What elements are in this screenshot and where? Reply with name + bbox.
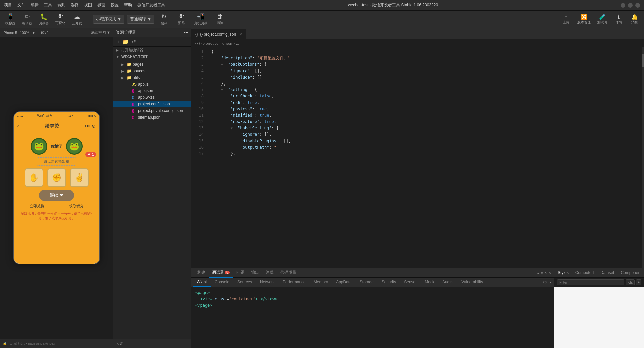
hand-choice-2[interactable]: ✌ xyxy=(70,168,89,187)
dt-gear-icon[interactable]: ⚙ xyxy=(543,280,547,285)
maximize-button[interactable]: □ xyxy=(628,3,633,8)
tab-problems[interactable]: 问题 xyxy=(233,268,248,278)
hand-choice-0[interactable]: ✋ xyxy=(25,168,43,187)
tab-output[interactable]: 输出 xyxy=(248,268,262,278)
main-toolbar: 📱 模拟器 ✏ 编辑器 🐛 调试器 👁 可视化 ☁ 云开发 小程序模式 ▼ 普通… xyxy=(0,11,644,28)
dt-close-icon[interactable]: ✕ xyxy=(548,271,551,275)
refresh-button[interactable]: ↻ 编译 xyxy=(157,12,171,27)
tree-item-projectprivate[interactable]: {} project.private.config.json xyxy=(113,107,191,114)
menu-edit[interactable]: 编辑 xyxy=(31,2,39,8)
menu-view[interactable]: 视图 xyxy=(84,2,92,8)
tree-item-souces[interactable]: ▶ 📁 souces xyxy=(113,68,191,74)
version-button[interactable]: 🔀 版本管理 xyxy=(575,13,593,25)
editor-scrollbar[interactable] xyxy=(642,47,644,268)
sub-tab-sensor[interactable]: Sensor xyxy=(400,278,421,287)
menu-file[interactable]: 文件 xyxy=(17,2,25,8)
sub-tab-sources[interactable]: Sources xyxy=(233,278,256,287)
sub-tab-mock[interactable]: Mock xyxy=(421,278,438,287)
dt-collapse-icon[interactable]: ∧ xyxy=(544,271,547,275)
menu-tool[interactable]: 工具 xyxy=(44,2,52,8)
minimize-button[interactable]: － xyxy=(621,3,625,8)
menu-select[interactable]: 选择 xyxy=(71,2,79,8)
tree-item-appwxss[interactable]: {} app.wxss xyxy=(113,94,191,101)
tab-codequality[interactable]: 代码质量 xyxy=(277,268,300,278)
sub-tab-wxml[interactable]: Wxml xyxy=(193,278,211,287)
new-folder-icon[interactable]: 📁 xyxy=(122,38,130,46)
simulator-button[interactable]: 📱 模拟器 xyxy=(3,12,18,27)
test-button[interactable]: 🧪 测试号 xyxy=(595,13,609,25)
menu-goto[interactable]: 转到 xyxy=(57,2,65,8)
sub-tab-appdata[interactable]: AppData xyxy=(332,278,356,287)
editor-label: 编辑器 xyxy=(22,21,32,26)
cls-button[interactable]: .cls xyxy=(626,279,635,285)
add-style-button[interactable]: + xyxy=(636,279,641,285)
sub-tab-storage[interactable]: Storage xyxy=(356,278,378,287)
upload-button[interactable]: ↑ 上传 xyxy=(559,13,573,25)
clear-button[interactable]: 🗑 清除 xyxy=(213,12,227,27)
sub-tab-mock-label: Mock xyxy=(425,280,434,284)
tab-label: {} project.config.json xyxy=(200,32,236,37)
tree-item-appjs[interactable]: JS app.js xyxy=(113,81,191,87)
explorer-more-icon[interactable]: ••• xyxy=(184,30,188,35)
tree-item-utils[interactable]: ▶ 📁 utils xyxy=(113,74,191,81)
menu-ui[interactable]: 界面 xyxy=(97,2,105,8)
tree-item-appjson[interactable]: {} app.json xyxy=(113,87,191,94)
nav-more-icon[interactable]: ••• xyxy=(85,123,90,129)
code-content[interactable]: { "description": "项目配置文件。", ▼ "packOptio… xyxy=(207,47,642,268)
points-link[interactable]: 获取积分 xyxy=(69,204,84,209)
open-editors-section[interactable]: ▶ 打开始编辑器 xyxy=(113,47,191,54)
tab-build[interactable]: 构建 xyxy=(194,268,209,278)
tree-item-sitemap[interactable]: {} sitemap.json xyxy=(113,114,191,121)
styles-filter-input[interactable] xyxy=(557,279,624,285)
debugger-button[interactable]: 🐛 调试器 xyxy=(36,12,51,27)
projectprivate-label: project.private.config.json xyxy=(138,108,191,113)
notify-button[interactable]: 🔔 消息 xyxy=(628,13,641,25)
sub-tab-audits[interactable]: Audits xyxy=(438,278,457,287)
nav-back-button[interactable]: ‹ xyxy=(17,123,19,129)
tab-terminal[interactable]: 终端 xyxy=(262,268,277,278)
tree-item-projectconfig[interactable]: {} project.config.json xyxy=(113,101,191,107)
hand-choice-1[interactable]: ✊ xyxy=(47,168,66,187)
detail-button[interactable]: ℹ 详情 xyxy=(612,13,625,25)
sub-tab-vulnerability[interactable]: Vulnerability xyxy=(457,278,487,287)
nav-camera-icon[interactable]: ⊙ xyxy=(92,123,96,129)
tab-close-icon[interactable]: ✕ xyxy=(239,32,242,36)
real-debug-button[interactable]: 📲 真机调试 xyxy=(191,12,210,27)
cloud-button[interactable]: ☁ 云开发 xyxy=(69,12,85,27)
rp-tab-dataset[interactable]: Dataset xyxy=(597,268,617,278)
sub-tab-memory[interactable]: Memory xyxy=(310,278,332,287)
mode-dropdown[interactable]: 小程序模式 ▼ xyxy=(93,15,124,24)
refresh-explorer-icon[interactable]: ↺ xyxy=(131,38,137,46)
dt-more-icon[interactable]: ⋮ xyxy=(548,280,553,285)
visual-button[interactable]: 👁 可视化 xyxy=(53,12,68,27)
sub-tab-console[interactable]: Console xyxy=(211,278,233,287)
carrier-label: WeChat令 xyxy=(37,114,53,118)
compile-dropdown[interactable]: 普通编译 ▼ xyxy=(127,15,154,24)
rp-tab-computed[interactable]: Computed xyxy=(572,268,597,278)
sub-tab-network[interactable]: Network xyxy=(256,278,279,287)
editor-button[interactable]: ✏ 编辑器 xyxy=(19,12,35,27)
rp-tab-componentdata[interactable]: Component Data xyxy=(617,268,644,278)
close-button[interactable]: ✕ xyxy=(635,3,640,8)
sub-tab-security[interactable]: Security xyxy=(378,278,400,287)
tree-item-pages[interactable]: ▶ 📁 pages xyxy=(113,61,191,68)
rp-tab-styles[interactable]: Styles xyxy=(554,268,572,278)
line-num-5: 5 xyxy=(191,74,204,81)
toolbar-toggle-label[interactable]: 底部框 打▼ xyxy=(91,30,110,35)
menu-project[interactable]: 项目 xyxy=(4,2,12,8)
redeem-link[interactable]: 立即兑换 xyxy=(30,204,44,209)
new-file-icon[interactable]: + xyxy=(116,38,120,46)
sub-tab-performance[interactable]: Performance xyxy=(279,278,310,287)
code-line-2: "description": "项目配置文件。", xyxy=(211,55,638,61)
menu-wechat-devtools[interactable]: 微信开发者工具 xyxy=(137,2,165,8)
editor-tab-projectconfig[interactable]: {} {} project.config.json ✕ xyxy=(191,29,246,39)
menu-help[interactable]: 帮助 xyxy=(124,2,132,8)
continue-button[interactable]: 继续 ❤ xyxy=(39,190,74,201)
tab-debugger[interactable]: 调试器 8 xyxy=(209,268,233,278)
error-badge: ▲ 8 xyxy=(536,271,543,275)
menu-settings[interactable]: 设置 xyxy=(111,2,119,8)
editor-scrollbar-thumb[interactable] xyxy=(642,54,644,67)
preview-button[interactable]: 👁 预览 xyxy=(174,12,189,27)
project-root[interactable]: ▼ WECHAT-TEST xyxy=(113,54,191,60)
sub-tab-appdata-label: AppData xyxy=(336,280,352,284)
